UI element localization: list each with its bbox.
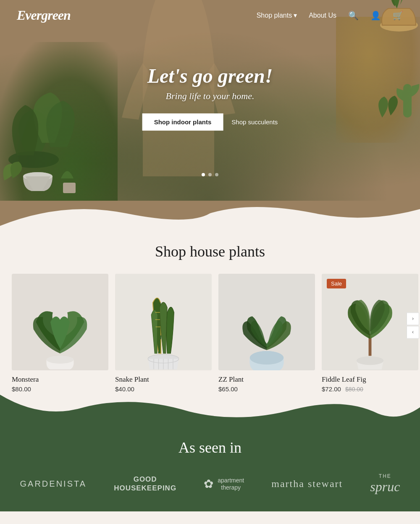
product-price-snake: $40.00 xyxy=(115,385,212,393)
hero-content: Let's go green! Bring life to your home.… xyxy=(142,64,278,131)
hero-section: Evergreen Shop plants ▾ About Us 🔍 👤 🛒 L… xyxy=(0,0,420,202)
hero-subtitle: Bring life to your home. xyxy=(142,91,278,102)
brand-the-spruce: the spruc xyxy=(370,473,400,495)
as-seen-section: As seen in GARDENISTA GOODHOUSEKEEPING ✿… xyxy=(0,418,420,511)
svg-point-25 xyxy=(357,356,383,365)
carousel-prev-arrow[interactable]: ‹ xyxy=(407,326,419,338)
cart-icon[interactable]: 🛒 xyxy=(393,10,403,21)
products-grid: Monstera $80.00 xyxy=(0,274,420,393)
shop-section: Shop house plants Monstera xyxy=(0,226,420,401)
apartment-therapy-icon: ✿ xyxy=(204,477,213,491)
svg-rect-5 xyxy=(403,84,412,118)
monstera-image xyxy=(12,274,108,370)
product-card-zz[interactable]: ZZ Plant $65.00 xyxy=(218,274,315,393)
site-logo[interactable]: Evergreen xyxy=(17,8,71,23)
product-image-wrap-monstera xyxy=(12,274,108,370)
product-card-snake[interactable]: Snake Plant $40.00 xyxy=(115,274,212,393)
user-icon[interactable]: 👤 xyxy=(370,10,381,21)
green-wave-divider xyxy=(0,395,420,424)
dot-3[interactable] xyxy=(215,173,218,176)
product-price-zz: $65.00 xyxy=(218,385,315,393)
brand-apartment-therapy: ✿ apartmenttherapy xyxy=(204,477,244,491)
brand-martha-stewart: martha stewart xyxy=(271,478,343,490)
zz-plant-image xyxy=(218,274,315,370)
product-price-fiddle: $72.00 $80.00 xyxy=(322,385,418,393)
chevron-down-icon: ▾ xyxy=(294,11,297,19)
brand-good-housekeeping: GOODHOUSEKEEPING xyxy=(114,475,176,493)
product-name-fiddle: Fiddle Leaf Fig xyxy=(322,375,418,384)
hero-title: Let's go green! xyxy=(142,64,278,87)
shop-title: Shop house plants xyxy=(0,243,420,260)
product-image-wrap-fiddle: Sale xyxy=(322,274,418,370)
product-original-price-fiddle: $80.00 xyxy=(345,386,363,393)
svg-rect-3 xyxy=(63,183,76,193)
product-image-wrap-zz xyxy=(218,274,315,370)
as-seen-title: As seen in xyxy=(0,439,420,456)
carousel-next-arrow[interactable]: › xyxy=(407,312,419,325)
hero-buttons: Shop indoor plants Shop succulents xyxy=(142,113,278,131)
brand-logos-row: GARDENISTA GOODHOUSEKEEPING ✿ apartmentt… xyxy=(0,473,420,495)
navbar: Evergreen Shop plants ▾ About Us 🔍 👤 🛒 xyxy=(0,0,420,31)
dot-2[interactable] xyxy=(208,173,212,176)
brand-gardenista: GARDENISTA xyxy=(20,479,87,489)
product-image-wrap-snake xyxy=(115,274,212,370)
product-name-zz: ZZ Plant xyxy=(218,375,315,384)
nav-shop-plants[interactable]: Shop plants ▾ xyxy=(257,11,297,19)
nav-about-us[interactable]: About Us xyxy=(309,12,336,19)
wave-divider xyxy=(0,201,420,226)
snake-plant-image xyxy=(115,274,212,370)
navbar-right: Shop plants ▾ About Us 🔍 👤 🛒 xyxy=(257,10,403,21)
shop-indoor-plants-button[interactable]: Shop indoor plants xyxy=(142,113,223,131)
product-card-fiddle[interactable]: Sale xyxy=(322,274,418,393)
product-name-snake: Snake Plant xyxy=(115,375,212,384)
product-name-monstera: Monstera xyxy=(12,375,108,384)
carousel-dots xyxy=(202,173,218,176)
carousel-arrows: › ‹ xyxy=(407,312,419,338)
search-icon[interactable]: 🔍 xyxy=(348,10,359,21)
shop-succulents-button[interactable]: Shop succulents xyxy=(231,118,278,126)
product-card-monstera[interactable]: Monstera $80.00 xyxy=(12,274,108,393)
svg-point-22 xyxy=(250,351,284,364)
sale-badge: Sale xyxy=(327,279,346,288)
svg-point-8 xyxy=(47,356,74,364)
product-price-monstera: $80.00 xyxy=(12,385,108,393)
dot-1[interactable] xyxy=(202,173,205,176)
